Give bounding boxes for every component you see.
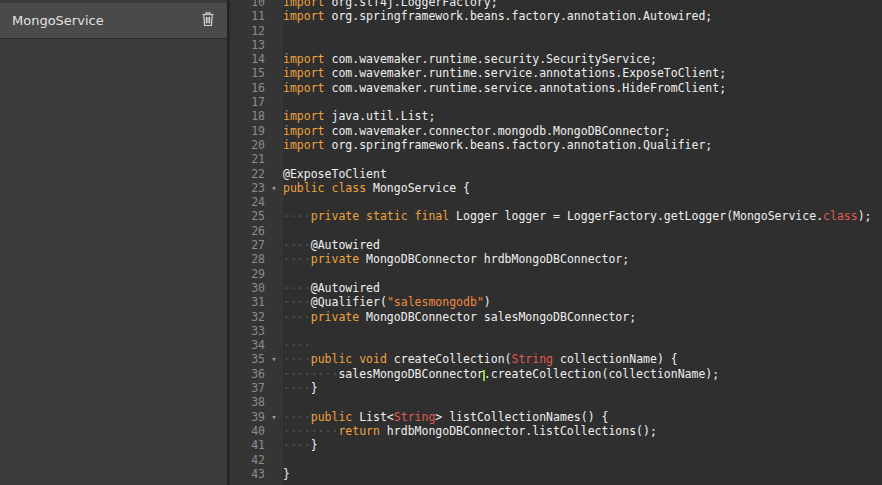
fold-spacer — [265, 310, 283, 324]
code-line[interactable]: 14import com.wavemaker.runtime.security.… — [231, 52, 882, 66]
code-line[interactable]: 28····private MongoDBConnector hrdbMongo… — [231, 252, 882, 266]
code-text: ····@Qualifier("salesmongodb") — [283, 295, 491, 309]
fold-spacer — [265, 167, 283, 181]
code-line[interactable]: 11import org.springframework.beans.facto… — [231, 9, 882, 23]
line-number: 30 — [231, 281, 265, 295]
line-number: 39 — [231, 410, 265, 424]
fold-spacer — [265, 124, 283, 138]
fold-spacer — [265, 95, 283, 109]
fold-spacer — [265, 109, 283, 123]
fold-spacer — [265, 467, 283, 481]
fold-spacer — [265, 24, 283, 38]
line-number: 15 — [231, 66, 265, 80]
line-number: 42 — [231, 453, 265, 467]
line-number: 23 — [231, 181, 265, 195]
fold-marker-icon[interactable]: ▾ — [265, 181, 283, 195]
fold-spacer — [265, 424, 283, 438]
fold-spacer — [265, 295, 283, 309]
code-line[interactable]: 43} — [231, 467, 882, 481]
code-line[interactable]: 30····@Autowired — [231, 281, 882, 295]
code-line[interactable]: 25····private static final Logger logger… — [231, 209, 882, 223]
line-number: 33 — [231, 324, 265, 338]
line-number: 37 — [231, 381, 265, 395]
code-line[interactable]: 17 — [231, 95, 882, 109]
code-text: } — [283, 467, 290, 481]
code-line[interactable]: 23▾public class MongoService { — [231, 181, 882, 195]
code-line[interactable]: 18import java.util.List; — [231, 109, 882, 123]
code-line[interactable]: 15import com.wavemaker.runtime.service.a… — [231, 66, 882, 80]
code-text: import java.util.List; — [283, 109, 435, 123]
code-line[interactable]: 41····} — [231, 438, 882, 452]
fold-spacer — [265, 438, 283, 452]
code-line[interactable]: 33 — [231, 324, 882, 338]
fold-spacer — [265, 395, 283, 409]
line-number: 11 — [231, 9, 265, 23]
fold-spacer — [265, 367, 283, 381]
line-number: 12 — [231, 24, 265, 38]
code-text: ····public void createCollection(String … — [283, 352, 678, 366]
code-line[interactable]: 12 — [231, 24, 882, 38]
code-line[interactable]: 21 — [231, 152, 882, 166]
code-line[interactable]: 38 — [231, 395, 882, 409]
code-line[interactable]: 10import org.slf4j.LoggerFactory; — [231, 0, 882, 9]
line-number: 41 — [231, 438, 265, 452]
fold-spacer — [265, 152, 283, 166]
trash-icon — [201, 11, 215, 30]
fold-spacer — [265, 281, 283, 295]
code-line[interactable]: 24 — [231, 195, 882, 209]
line-number: 17 — [231, 95, 265, 109]
line-number: 40 — [231, 424, 265, 438]
delete-service-button[interactable] — [199, 9, 217, 32]
service-name-label: MongoService — [12, 13, 104, 28]
fold-spacer — [265, 238, 283, 252]
fold-spacer — [265, 0, 283, 9]
code-line[interactable]: 20import org.springframework.beans.facto… — [231, 138, 882, 152]
code-editor[interactable]: 10import org.slf4j.LoggerFactory;11impor… — [231, 0, 882, 485]
fold-spacer — [265, 209, 283, 223]
code-text: public class MongoService { — [283, 181, 470, 195]
line-number: 13 — [231, 38, 265, 52]
code-area[interactable]: 10import org.slf4j.LoggerFactory;11impor… — [231, 0, 882, 481]
code-line[interactable]: 37····} — [231, 381, 882, 395]
code-text: ········return hrdbMongoDBConnector.list… — [283, 424, 657, 438]
code-line[interactable]: 35▾····public void createCollection(Stri… — [231, 352, 882, 366]
code-line[interactable]: 29 — [231, 267, 882, 281]
code-line[interactable]: 19import com.wavemaker.connector.mongodb… — [231, 124, 882, 138]
code-line[interactable]: 34···· — [231, 338, 882, 352]
fold-spacer — [265, 138, 283, 152]
code-line[interactable]: 26 — [231, 224, 882, 238]
code-text: import com.wavemaker.connector.mongodb.M… — [283, 124, 671, 138]
line-number: 36 — [231, 367, 265, 381]
code-line[interactable]: 39▾····public List<String> listCollectio… — [231, 410, 882, 424]
line-number: 22 — [231, 167, 265, 181]
line-number: 20 — [231, 138, 265, 152]
code-text: ···· — [283, 338, 311, 352]
code-text: import com.wavemaker.runtime.service.ann… — [283, 66, 726, 80]
code-line[interactable]: 31····@Qualifier("salesmongodb") — [231, 295, 882, 309]
sidebar-item-mongoservice[interactable]: MongoService — [0, 3, 227, 39]
line-number: 27 — [231, 238, 265, 252]
code-line[interactable]: 13 — [231, 38, 882, 52]
code-line[interactable]: 36········salesMongoDBConnector.createCo… — [231, 367, 882, 381]
code-line[interactable]: 16import com.wavemaker.runtime.service.a… — [231, 81, 882, 95]
code-text: import org.springframework.beans.factory… — [283, 138, 712, 152]
fold-spacer — [265, 81, 283, 95]
line-number: 19 — [231, 124, 265, 138]
line-number: 38 — [231, 395, 265, 409]
fold-spacer — [265, 453, 283, 467]
line-number: 28 — [231, 252, 265, 266]
code-line[interactable]: 42 — [231, 453, 882, 467]
code-line[interactable]: 32····private MongoDBConnector salesMong… — [231, 310, 882, 324]
code-text: ········salesMongoDBConnector.createColl… — [283, 367, 719, 381]
code-line[interactable]: 22@ExposeToClient — [231, 167, 882, 181]
line-number: 25 — [231, 209, 265, 223]
code-text: ····private MongoDBConnector salesMongoD… — [283, 310, 636, 324]
line-number: 32 — [231, 310, 265, 324]
code-line[interactable]: 40········return hrdbMongoDBConnector.li… — [231, 424, 882, 438]
fold-marker-icon[interactable]: ▾ — [265, 410, 283, 424]
fold-marker-icon[interactable]: ▾ — [265, 352, 283, 366]
code-text: import org.slf4j.LoggerFactory; — [283, 0, 498, 9]
fold-spacer — [265, 9, 283, 23]
code-line[interactable]: 27····@Autowired — [231, 238, 882, 252]
fold-spacer — [265, 267, 283, 281]
